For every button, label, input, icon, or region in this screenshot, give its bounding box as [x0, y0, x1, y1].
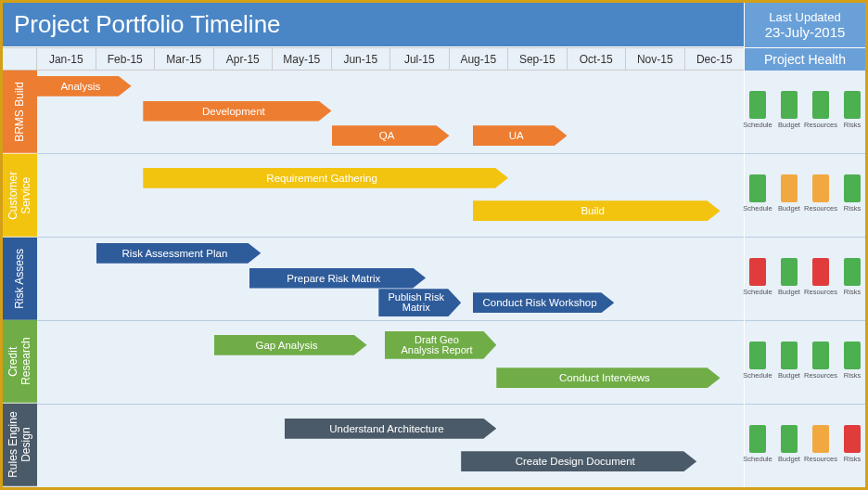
- lane-label-credit-research: Credit Research: [3, 320, 37, 404]
- month-row-spacer: [3, 47, 37, 71]
- health-bar-risks: [844, 258, 861, 286]
- lane-label-rules-engine-design: Rules Engine Design: [3, 404, 37, 487]
- month-cell: Jan-15: [37, 48, 96, 70]
- lane-row: Build: [37, 200, 744, 223]
- health-label: Budget: [778, 288, 800, 296]
- health-bar-resources: [812, 258, 829, 286]
- health-brms-build: ScheduleBudgetResourcesRisks: [745, 71, 865, 154]
- lane-row: Publish RiskMatrixConduct Risk Workshop: [37, 292, 744, 315]
- month-cell: May-15: [273, 48, 332, 70]
- page-title-text: Project Portfolio Timeline: [14, 10, 281, 39]
- health-indicator: Risks: [839, 174, 865, 213]
- health-label: Risks: [844, 371, 861, 380]
- page-title: Project Portfolio Timeline: [3, 3, 744, 47]
- health-indicator: Schedule: [745, 258, 771, 296]
- last-updated-date: 23-July-2015: [745, 24, 865, 40]
- health-indicator: Schedule: [745, 91, 771, 129]
- gantt-lanes: AnalysisDevelopmentQAUARequirement Gathe…: [37, 71, 744, 487]
- health-bar-schedule: [749, 91, 766, 119]
- health-label: Schedule: [743, 288, 772, 296]
- month-cell: Apr-15: [214, 48, 274, 70]
- health-bar-budget: [781, 91, 798, 119]
- month-cell: Sep-15: [508, 48, 568, 70]
- health-bars: ScheduleBudgetResourcesRisks: [745, 179, 865, 213]
- health-label: Budget: [778, 371, 800, 380]
- gantt-bar: Requirement Gathering: [143, 168, 508, 188]
- lane-row: Create Design Document: [37, 451, 744, 473]
- health-label: Resources: [804, 204, 837, 213]
- month-cell: Dec-15: [685, 48, 745, 70]
- health-bar-schedule: [749, 258, 766, 286]
- month-cell: Oct-15: [568, 48, 627, 70]
- month-cell: Jun-15: [332, 48, 391, 70]
- month-cell: Nov-15: [626, 48, 685, 70]
- health-bars: ScheduleBudgetResourcesRisks: [745, 430, 865, 463]
- swimlane-labels: BRMS BuildCustomer ServiceRisk AssessCre…: [3, 71, 37, 487]
- health-indicator: Budget: [776, 258, 802, 296]
- health-label: Resources: [804, 371, 837, 380]
- health-bars: ScheduleBudgetResourcesRisks: [745, 346, 865, 380]
- gantt-bar: Create Design Document: [461, 451, 696, 471]
- health-risk-assess: ScheduleBudgetResourcesRisks: [745, 238, 865, 321]
- health-indicator: Schedule: [745, 425, 771, 463]
- gantt-bar: Analysis: [37, 76, 132, 97]
- health-indicator: Budget: [776, 91, 802, 129]
- health-bar-risks: [844, 91, 861, 119]
- health-bar-resources: [812, 342, 829, 369]
- health-label: Risks: [844, 288, 861, 296]
- health-indicator: Resources: [808, 258, 834, 296]
- health-label: Budget: [778, 121, 800, 129]
- health-indicator: Resources: [808, 425, 834, 463]
- health-credit-research: ScheduleBudgetResourcesRisks: [745, 321, 865, 405]
- health-label: Risks: [844, 204, 861, 213]
- last-updated-label: Last Updated: [745, 10, 865, 24]
- health-indicator: Budget: [776, 425, 802, 463]
- lane-row: Understand Architecture: [37, 419, 744, 441]
- lane-row: Risk Assessment Plan: [37, 243, 744, 265]
- health-bar-resources: [812, 425, 829, 453]
- project-health-header: Project Health: [744, 47, 865, 71]
- health-bar-resources: [812, 91, 829, 119]
- lane-row: Conduct Interviews: [37, 368, 744, 390]
- lane-row: QAUA: [37, 125, 744, 148]
- health-rules-engine-design: ScheduleBudgetResourcesRisks: [745, 405, 865, 487]
- health-bar-risks: [844, 174, 861, 202]
- health-label: Schedule: [743, 455, 772, 463]
- portfolio-timeline-page: Project Portfolio Timeline Last Updated …: [0, 0, 868, 490]
- health-indicator: Resources: [808, 91, 834, 129]
- health-label: Schedule: [743, 121, 772, 129]
- health-label: Risks: [844, 121, 861, 129]
- health-indicator: Schedule: [745, 174, 771, 213]
- health-bar-resources: [812, 174, 829, 202]
- month-axis: Jan-15Feb-15Mar-15Apr-15May-15Jun-15Jul-…: [37, 47, 744, 71]
- lane-row: Requirement Gathering: [37, 168, 744, 190]
- lane-brms-build: AnalysisDevelopmentQAUA: [37, 71, 744, 154]
- health-indicator: Resources: [808, 174, 834, 213]
- health-indicator: Schedule: [745, 342, 771, 380]
- lane-row: Analysis: [37, 76, 744, 98]
- lane-label-customer-service: Customer Service: [3, 154, 37, 238]
- lane-row: Prepare Risk Matrix: [37, 268, 744, 290]
- health-bar-schedule: [749, 174, 766, 202]
- health-indicator: Risks: [839, 91, 865, 129]
- health-bar-budget: [781, 425, 798, 453]
- gantt-bar: QA: [332, 125, 450, 146]
- health-bars: ScheduleBudgetResourcesRisks: [745, 263, 865, 296]
- health-bar-schedule: [749, 342, 766, 369]
- month-cell: Jul-15: [390, 48, 450, 70]
- health-label: Schedule: [743, 204, 772, 213]
- lane-credit-research: Gap AnalysisDraft GeoAnalysis ReportCond…: [37, 321, 744, 405]
- health-indicator: Budget: [776, 342, 802, 380]
- lane-label-risk-assess: Risk Assess: [3, 238, 37, 321]
- month-cell: Aug-15: [450, 48, 509, 70]
- last-updated-box: Last Updated 23-July-2015: [744, 3, 865, 47]
- gantt-bar: Risk Assessment Plan: [96, 243, 262, 264]
- lane-risk-assess: Risk Assessment PlanPrepare Risk MatrixP…: [37, 238, 744, 321]
- lane-row: Development: [37, 101, 744, 123]
- health-label: Budget: [778, 455, 800, 463]
- month-cell: Feb-15: [96, 48, 156, 70]
- gantt-bar: Understand Architecture: [285, 419, 497, 439]
- health-indicator: Risks: [839, 258, 865, 296]
- health-indicator: Budget: [776, 174, 802, 213]
- health-bar-budget: [781, 258, 798, 286]
